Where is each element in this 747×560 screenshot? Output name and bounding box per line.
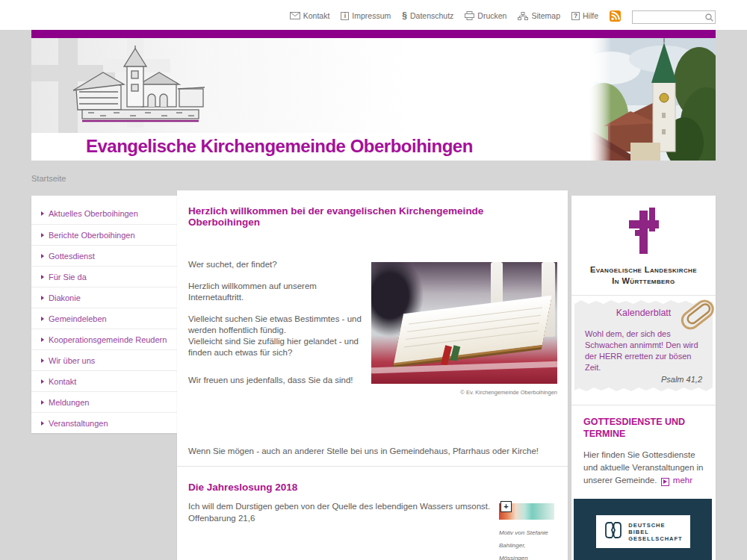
hilfe-label: Hilfe	[583, 11, 598, 20]
rss-icon[interactable]	[610, 10, 621, 22]
bibelgesellschaft-banner[interactable]: DEUTSCHE BIBEL GESELLSCHAFT	[574, 499, 712, 560]
drucken-link[interactable]: Drucken	[465, 11, 506, 20]
termine-text: Hier finden Sie Gottesdienste und aktuel…	[583, 449, 705, 487]
sidebar-item-veranstaltungen[interactable]: Veranstaltungen	[31, 412, 177, 433]
bibelgesellschaft-label: DEUTSCHE BIBEL GESELLSCHAFT	[628, 522, 682, 542]
impressum-link[interactable]: i Impressum	[341, 11, 391, 20]
sidebar-item-diakonie[interactable]: Diakonie	[31, 287, 177, 308]
sidebar-item-wir-ueber-uns[interactable]: Wir über uns	[31, 349, 177, 370]
help-icon: ?	[571, 12, 580, 20]
right-column: Evangelische Landeskirche In Württemberg…	[571, 196, 716, 560]
service-bar: Kontakt i Impressum § Datenschutz Drucke…	[31, 7, 716, 24]
main-content: Herzlich willkommen bei der evangelische…	[177, 190, 568, 560]
hilfe-link[interactable]: ? Hilfe	[571, 11, 598, 20]
landeskirche-logo-block[interactable]: Evangelische Landeskirche In Württemberg	[571, 196, 716, 295]
kontakt-link[interactable]: Kontakt	[290, 11, 330, 20]
search-icon[interactable]	[705, 11, 713, 25]
page-title: Evangelische Kirchengemeinde Oberboihing…	[86, 136, 473, 157]
envelope-icon	[290, 12, 300, 19]
termine-widget: GOTTESDIENSTE UND TERMINE Hier finden Si…	[571, 405, 716, 487]
sitemap-icon	[518, 12, 528, 20]
triangle-bullet-icon	[41, 254, 44, 258]
sitemap-link[interactable]: Sitemap	[518, 11, 560, 20]
jahreslosung-heading: Die Jahreslosung 2018	[188, 482, 557, 493]
sidebar-item-berichte[interactable]: Berichte Oberboihingen	[31, 224, 177, 245]
aside-divider	[571, 295, 716, 296]
accent-bar	[31, 30, 716, 38]
sidebar-item-aktuelles[interactable]: Aktuelles Oberboihingen	[31, 203, 177, 224]
datenschutz-link[interactable]: § Datenschutz	[402, 10, 453, 21]
welcome-section: Herzlich willkommen bei der evangelische…	[177, 190, 568, 466]
sidebar-item-kontakt[interactable]: Kontakt	[31, 370, 177, 391]
triangle-bullet-icon	[41, 211, 44, 216]
welcome-heading: Herzlich willkommen bei der evangelische…	[188, 205, 557, 228]
main-navigation: Aktuelles Oberboihingen Berichte Oberboi…	[31, 196, 177, 433]
sidebar-item-fuer-sie-da[interactable]: Für Sie da	[31, 266, 177, 287]
search-input[interactable]	[632, 10, 716, 24]
sidebar-item-gemeindeleben[interactable]: Gemeindeleben	[31, 308, 177, 329]
sitemap-label: Sitemap	[531, 11, 560, 20]
info-icon: i	[341, 12, 349, 20]
triangle-bullet-icon	[41, 421, 44, 426]
jahreslosung-text: Ich will dem Durstigen geben von der Que…	[188, 500, 502, 524]
sidebar-item-gottesdienst[interactable]: Gottesdienst	[31, 245, 177, 266]
printer-icon	[465, 11, 474, 20]
open-book-logo-icon	[603, 520, 624, 543]
church-sketch-illustration	[61, 46, 218, 131]
datenschutz-label: Datenschutz	[410, 11, 453, 20]
triangle-bullet-icon	[41, 317, 44, 321]
welcome-paragraph: Wenn Sie mögen - auch an anderer Stelle …	[188, 446, 557, 457]
page: Kontakt i Impressum § Datenschutz Drucke…	[0, 0, 747, 560]
paperclip-icon	[677, 299, 720, 336]
bible-figure: © Ev. Kirchengemeinde Oberboihingen	[371, 262, 557, 398]
motif-credit: Motiv von Stefanie Bahlinger, Mössingen	[499, 526, 556, 560]
triangle-bullet-icon	[41, 275, 44, 279]
title-band: Evangelische Kirchengemeinde Oberboihing…	[31, 133, 590, 161]
impressum-label: Impressum	[352, 11, 391, 20]
jahreslosung-section: Die Jahreslosung 2018 Ich will dem Durst…	[177, 467, 568, 560]
more-link-icon	[661, 478, 669, 486]
triangle-bullet-icon	[41, 296, 44, 300]
jahreslosung-figure: + Motiv von Stefanie Bahlinger, Mössinge…	[499, 503, 556, 560]
termine-heading: GOTTESDIENSTE UND TERMINE	[583, 416, 705, 440]
bible-image	[371, 262, 557, 384]
landeskirche-cross-icon	[624, 245, 663, 258]
kalenderblatt-widget: Kalenderblatt Wohl dem, der sich des Sch…	[574, 300, 713, 396]
drucken-label: Drucken	[477, 11, 506, 20]
image-credit: © Ev. Kirchengemeinde Oberboihingen	[371, 387, 557, 398]
section-sign-icon: §	[402, 10, 407, 21]
zoom-plus-icon[interactable]: +	[500, 501, 512, 512]
more-link[interactable]: mehr	[673, 476, 692, 485]
sidebar-item-kooperationsgemeinde[interactable]: Kooperationsgemeinde Reudern	[31, 329, 177, 349]
triangle-bullet-icon	[41, 379, 44, 384]
landeskirche-label: Evangelische Landeskirche In Württemberg	[571, 264, 716, 287]
breadcrumb[interactable]: Startseite	[31, 174, 66, 183]
triangle-bullet-icon	[41, 358, 44, 363]
sidebar-item-meldungen[interactable]: Meldungen	[31, 391, 177, 412]
search-box	[632, 9, 716, 22]
kalenderblatt-source: Psalm 41,2	[585, 375, 702, 384]
header-banner: Evangelische Kirchengemeinde Oberboihing…	[31, 38, 716, 161]
kontakt-label: Kontakt	[303, 11, 330, 20]
triangle-bullet-icon	[41, 337, 44, 342]
triangle-bullet-icon	[41, 400, 44, 405]
triangle-bullet-icon	[41, 233, 44, 237]
jahreslosung-thumbnail[interactable]: +	[499, 503, 554, 520]
